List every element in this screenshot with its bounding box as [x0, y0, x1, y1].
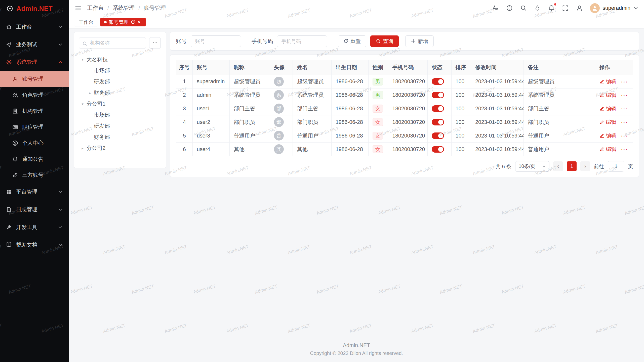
language-globe-icon[interactable] — [506, 5, 513, 12]
goto-page-input[interactable] — [608, 161, 624, 172]
cell-phone: 18020030720 — [388, 88, 428, 102]
tab-account-management[interactable]: 账号管理 — [100, 18, 146, 26]
phone-input[interactable] — [277, 35, 327, 47]
sidebar-item-org-management[interactable]: 机构管理 — [0, 103, 69, 119]
more-actions-button[interactable]: ··· — [621, 147, 628, 153]
tree-node[interactable]: 市场部 — [79, 65, 161, 76]
edit-button[interactable]: 编辑 — [599, 92, 616, 99]
query-button[interactable]: 查询 — [370, 35, 399, 47]
cell-avatar: 其 — [270, 143, 293, 156]
sidebar-item-label: 通知公告 — [22, 156, 63, 163]
prev-page-button[interactable]: ‹ — [553, 161, 563, 171]
status-toggle[interactable] — [432, 146, 444, 153]
cell-birth-date: 1986-06-28 — [331, 88, 368, 102]
tab-workbench[interactable]: 工作台 — [75, 18, 97, 26]
tree-more-button[interactable] — [149, 37, 161, 49]
cell-index: 5 — [176, 129, 192, 143]
cell-modified-time: 2023-01-03 10:59:44 — [471, 115, 524, 129]
refresh-icon[interactable] — [131, 20, 135, 24]
close-icon[interactable] — [137, 20, 142, 24]
edit-button[interactable]: 编辑 — [599, 132, 616, 139]
row-avatar: 其 — [274, 144, 284, 154]
edit-button-label: 编辑 — [606, 132, 616, 139]
tree-node[interactable]: ▸分公司2 — [79, 143, 161, 154]
add-button[interactable]: 新增 — [405, 35, 434, 47]
notification-bell-icon[interactable] — [548, 5, 555, 12]
page-size-select[interactable]: 10条/页 — [515, 161, 550, 172]
sidebar-item-label: 角色管理 — [22, 92, 63, 99]
edit-button-label: 编辑 — [606, 92, 616, 99]
sidebar-item-system-management[interactable]: 系统管理 — [0, 53, 69, 71]
chevron-down-icon — [58, 189, 63, 194]
hamburger-menu-icon[interactable] — [75, 5, 82, 12]
edit-button[interactable]: 编辑 — [599, 118, 616, 125]
search-icon[interactable] — [520, 5, 527, 12]
account-table-panel: 序号账号昵称头像姓名出生日期性别手机号码状态排序修改时间备注操作 1supera… — [170, 55, 639, 177]
sidebar-item-platform-management[interactable]: 平台管理 — [0, 183, 69, 201]
edit-button-label: 编辑 — [606, 146, 616, 153]
more-actions-button[interactable]: ··· — [621, 120, 628, 125]
caret-right-icon[interactable]: ▸ — [80, 146, 85, 150]
cell-gender: 女 — [368, 102, 388, 115]
page-1-button[interactable]: 1 — [567, 161, 577, 171]
gender-badge: 女 — [373, 105, 383, 112]
sidebar-item-business-test[interactable]: 业务测试 — [0, 36, 69, 53]
chevron-down-icon — [58, 242, 63, 247]
sidebar-item-position-management[interactable]: 职位管理 — [0, 119, 69, 135]
tree-node[interactable]: 研发部 — [79, 76, 161, 87]
edit-button[interactable]: 编辑 — [599, 78, 616, 85]
account-input[interactable] — [191, 35, 241, 47]
sidebar-item-log-management[interactable]: 日志管理 — [0, 201, 69, 218]
logo[interactable]: Admin.NET — [0, 0, 69, 17]
tree-node[interactable]: ▸财务部 — [79, 87, 161, 98]
sidebar-item-account-management[interactable]: 账号管理 — [0, 71, 69, 87]
profile-icon[interactable] — [576, 5, 583, 12]
breadcrumb-item[interactable]: 系统管理 — [113, 4, 135, 12]
status-toggle[interactable] — [432, 119, 444, 125]
sidebar-item-third-party-account[interactable]: 三方账号 — [0, 167, 69, 183]
org-search-input[interactable] — [79, 37, 146, 49]
tree-node[interactable]: 市场部 — [79, 109, 161, 120]
edit-button[interactable]: 编辑 — [599, 146, 616, 153]
wrench-icon — [6, 224, 12, 230]
more-actions-button[interactable]: ··· — [621, 79, 628, 85]
cell-account: user3 — [193, 129, 230, 143]
status-toggle[interactable] — [432, 78, 444, 85]
more-actions-button[interactable]: ··· — [621, 133, 628, 139]
tree-node[interactable]: 研发部 — [79, 120, 161, 131]
cell-phone: 18020030720 — [388, 143, 428, 156]
caret-down-icon[interactable]: ▾ — [80, 102, 85, 106]
tree-node[interactable]: 财务部 — [79, 131, 161, 143]
more-actions-button[interactable]: ··· — [621, 106, 628, 112]
next-page-button[interactable]: › — [580, 161, 590, 171]
caret-right-icon[interactable]: ▸ — [87, 91, 93, 95]
user-menu[interactable]: superadmin — [590, 3, 638, 13]
reset-button[interactable]: 重置 — [338, 35, 366, 47]
tab-label: 账号管理 — [109, 19, 128, 26]
caret-down-icon[interactable]: ▾ — [80, 57, 85, 62]
system-submenu: 账号管理 角色管理 机构管理 职位管理 个人中心 — [0, 71, 69, 183]
status-toggle[interactable] — [432, 105, 444, 112]
sidebar-item-role-management[interactable]: 角色管理 — [0, 87, 69, 103]
tree-node[interactable]: ▾分公司1 — [79, 98, 161, 109]
page-size-value: 10条/页 — [519, 163, 535, 170]
edit-button[interactable]: 编辑 — [599, 105, 616, 112]
cell-account: user1 — [193, 102, 230, 115]
theme-icon[interactable] — [534, 5, 541, 12]
tree-node[interactable]: ▾大名科技 — [79, 54, 161, 65]
status-toggle[interactable] — [432, 132, 444, 139]
sidebar-item-help-docs[interactable]: 帮助文档 — [0, 236, 69, 254]
footer-copyright: Copyright © 2022 Dilon All rights reserv… — [69, 350, 644, 356]
fullscreen-icon[interactable] — [562, 5, 569, 12]
sidebar-item-label: 业务测试 — [16, 41, 54, 48]
more-actions-button[interactable]: ··· — [621, 93, 628, 98]
font-size-icon[interactable] — [492, 5, 499, 12]
sidebar-item-label: 三方账号 — [22, 171, 63, 178]
sidebar-item-workbench[interactable]: 工作台 — [0, 18, 69, 36]
edit-button-label: 编辑 — [606, 118, 616, 125]
sidebar-item-personal-center[interactable]: 个人中心 — [0, 135, 69, 151]
status-toggle[interactable] — [432, 92, 444, 98]
sidebar-item-notice[interactable]: 通知公告 — [0, 151, 69, 167]
sidebar-item-dev-tools[interactable]: 开发工具 — [0, 218, 69, 236]
breadcrumb-item[interactable]: 工作台 — [87, 4, 104, 12]
